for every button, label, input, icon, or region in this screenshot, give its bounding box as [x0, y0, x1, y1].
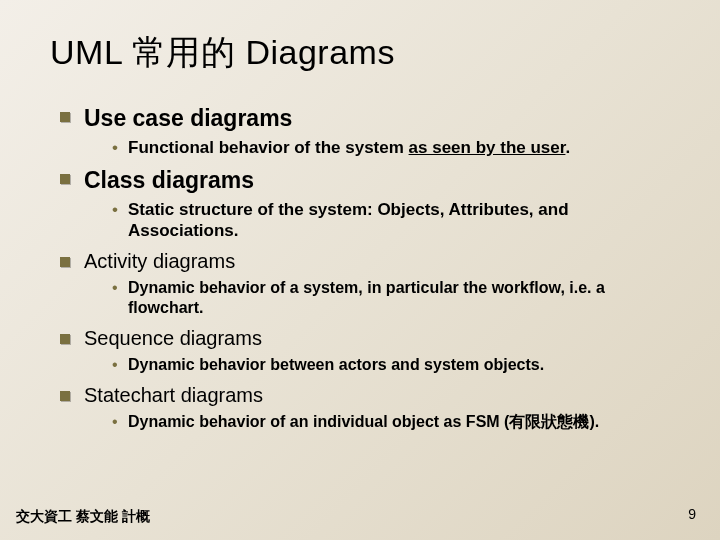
- sub-text-post: .: [565, 138, 570, 157]
- list-item: Statechart diagrams Dynamic behavior of …: [60, 383, 670, 432]
- footer-text: 交大資工 蔡文能 計概: [16, 508, 150, 526]
- sub-item: Static structure of the system: Objects,…: [112, 199, 670, 242]
- sub-list: Dynamic behavior of an individual object…: [84, 412, 670, 432]
- slide-title: UML 常用的 Diagrams: [50, 30, 670, 76]
- item-heading: Use case diagrams: [84, 104, 670, 133]
- item-heading: Sequence diagrams: [84, 326, 670, 351]
- list-item: Sequence diagrams Dynamic behavior betwe…: [60, 326, 670, 375]
- sub-item: Dynamic behavior of an individual object…: [112, 412, 670, 432]
- sub-list: Functional behavior of the system as see…: [84, 137, 670, 158]
- sub-list: Dynamic behavior of a system, in particu…: [84, 278, 670, 318]
- bullet-list: Use case diagrams Functional behavior of…: [50, 104, 670, 432]
- sub-item: Functional behavior of the system as see…: [112, 137, 670, 158]
- list-item: Activity diagrams Dynamic behavior of a …: [60, 249, 670, 318]
- slide: UML 常用的 Diagrams Use case diagrams Funct…: [0, 0, 720, 540]
- sub-item: Dynamic behavior between actors and syst…: [112, 355, 670, 375]
- sub-list: Static structure of the system: Objects,…: [84, 199, 670, 242]
- item-heading: Class diagrams: [84, 166, 670, 195]
- sub-list: Dynamic behavior between actors and syst…: [84, 355, 670, 375]
- item-heading: Activity diagrams: [84, 249, 670, 274]
- sub-item: Dynamic behavior of a system, in particu…: [112, 278, 670, 318]
- sub-text-underline: as seen by the user: [409, 138, 566, 157]
- item-heading: Statechart diagrams: [84, 383, 670, 408]
- list-item: Class diagrams Static structure of the s…: [60, 166, 670, 241]
- page-number: 9: [688, 506, 696, 522]
- sub-text-pre: Functional behavior of the system: [128, 138, 409, 157]
- list-item: Use case diagrams Functional behavior of…: [60, 104, 670, 158]
